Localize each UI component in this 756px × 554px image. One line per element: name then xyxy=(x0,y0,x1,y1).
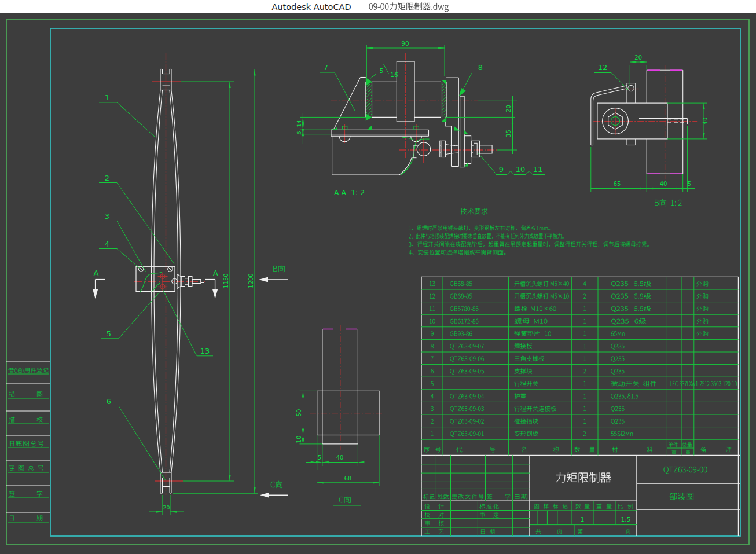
bom-material-text: Q235 6.8级 xyxy=(611,305,645,312)
bom-code: GB93-86 xyxy=(450,330,476,337)
tb-rev-docno: 更改文件号 xyxy=(452,494,483,500)
bom-qty-text: 1 xyxy=(583,305,587,312)
bom-seq: 7 xyxy=(431,355,435,362)
strip-label-reuse-text: 借(通)用件登记 xyxy=(8,367,44,373)
tb-stamp-text: 图样标记 xyxy=(534,503,556,509)
tb-rev-sign-text: 签 字 xyxy=(487,494,500,500)
bom-name: 碰撞挡块 xyxy=(513,417,539,424)
bom-name: 护罩 xyxy=(514,392,527,399)
bom-name-text: 变形钢板 xyxy=(514,430,539,437)
bom-name-text: 弹簧垫片 10 xyxy=(514,330,548,337)
bom-material: 55Si2Mn xyxy=(611,430,637,437)
callout-6: 6 xyxy=(107,397,111,406)
bom-material-text: 65Mn xyxy=(611,330,627,337)
bom-material-text: 55Si2Mn xyxy=(611,430,637,437)
tb-sheet-type-text: 部装图 xyxy=(669,492,695,501)
bom-material-text: Q235 6级 xyxy=(611,318,639,325)
tech-note-1: 1、组焊时严禁用锤头敲打，变形钢板左右对称，偏差≤1mm。 xyxy=(409,225,571,232)
bom-name-text: 碰撞挡块 xyxy=(513,417,539,424)
bom-seq-text: 6 xyxy=(431,368,435,375)
tech-note-1-text: 1、组焊时严禁用锤头敲打，变形钢板左右对称，偏差≤1mm。 xyxy=(409,225,571,232)
bom-qty: 2 xyxy=(583,292,587,299)
bom-name: 开槽沉头螺钉 M5×40 xyxy=(514,280,574,287)
bom-code-text: GB5780-86 xyxy=(450,305,485,312)
tb-weight-label-text: 重量 xyxy=(596,503,608,509)
app-title: Autodesk AutoCAD xyxy=(271,2,351,12)
dim-aa-90: 90 xyxy=(401,40,409,47)
dim-b-40b: 40 xyxy=(660,181,667,187)
pointer-b-text: B向 xyxy=(273,264,286,273)
bom-seq-text: 2 xyxy=(431,417,435,424)
tb-drawing-no: QTZ63-09-00 xyxy=(663,465,715,474)
callout-4: 4 xyxy=(105,240,109,248)
callout-13: 13 xyxy=(200,347,210,355)
bom-name: 三角支撑板 xyxy=(514,355,545,362)
bom-remark: 外购 xyxy=(696,330,709,337)
dim-c-68: 68 xyxy=(344,475,352,482)
bom-seq: 2 xyxy=(431,417,435,424)
bom-material-text: Q235 6.8级 xyxy=(611,280,645,287)
callout-11: 11 xyxy=(533,165,543,174)
bom-seq-text: 5 xyxy=(431,380,435,387)
doc-title: 09-00力矩限制器.dwg xyxy=(369,2,456,12)
bom-code-text: GB93-86 xyxy=(450,330,476,337)
bom-qty: 1 xyxy=(583,355,587,362)
bom-material: Q235 xyxy=(611,368,627,375)
bom-seq: 4 xyxy=(431,392,435,399)
section-a-left: A xyxy=(93,269,99,278)
autocad-canvas[interactable]: Autodesk AutoCAD09-00力矩限制器.dwg借(通)用件登记描图… xyxy=(0,0,756,554)
bom-seq-text: 13 xyxy=(429,280,436,287)
bom-remark-text: 外购 xyxy=(696,330,709,337)
bom-qty: 1 xyxy=(583,417,587,424)
bom-material-text: Q235 xyxy=(611,343,627,350)
bom-qty-text: 2 xyxy=(583,292,587,299)
bom-h-unit-text: 单件 xyxy=(668,442,678,448)
bom-remark-text: 外购 xyxy=(696,280,709,287)
tb-rev-date-text: 日期 xyxy=(513,494,525,500)
bom-qty-text: 1 xyxy=(583,318,587,325)
dim-c-40: 40 xyxy=(336,454,344,461)
bom-h-unit: 单件 xyxy=(668,442,678,448)
bom-seq-text: 7 xyxy=(431,355,435,362)
bom-h-material-text: 材料 xyxy=(612,446,625,453)
dim-b-65: 65 xyxy=(614,181,621,187)
bom-qty-text: 1 xyxy=(583,355,587,362)
bom-name-text: 三角支撑板 xyxy=(514,355,545,362)
tb-role2-0: 标准化 xyxy=(479,504,499,510)
tb-product-text: 力矩限制器 xyxy=(555,471,612,485)
bom-name: 支撑块 xyxy=(514,368,533,375)
bom-seq-text: 1 xyxy=(431,430,435,437)
tb-pages-no: 第 xyxy=(577,529,583,535)
bom-seq: 9 xyxy=(431,330,435,337)
tech-notes-title-text: 技术要求 xyxy=(460,208,488,216)
pointer-b: B向 xyxy=(273,264,286,273)
bom-seq-text: 9 xyxy=(431,330,435,337)
pointer-c: C向 xyxy=(270,480,284,489)
bom-qty-text: 1 xyxy=(583,330,587,337)
callout-8: 8 xyxy=(478,63,483,72)
bom-code-text: QTZ63-09-04 xyxy=(450,392,490,399)
callout-5: 5 xyxy=(107,329,111,338)
dim-b-20: 20 xyxy=(634,54,642,61)
tb-pages-l1: 页 xyxy=(556,529,562,535)
bom-code: QTZ63-09-04 xyxy=(450,392,490,399)
strip-label-tracing-text: 描图 xyxy=(9,391,21,398)
bom-h-name-text: 名称 xyxy=(520,446,534,453)
bom-h-qty: 数量 xyxy=(574,446,594,453)
label-view-b-text: B向 1: 2 xyxy=(654,198,685,207)
bom-code-text: QTZ63-09-03 xyxy=(450,405,490,412)
section-a-right: A xyxy=(213,269,219,278)
bom-seq-text: 11 xyxy=(429,305,436,312)
bom-qty: 2 xyxy=(583,368,587,375)
bom-qty: 2 xyxy=(583,430,587,437)
callout-10: 10 xyxy=(516,165,526,174)
bom-code-text: QTZ63-09-01 xyxy=(450,430,490,437)
bom-name-text: 护罩 xyxy=(514,392,527,399)
dim-aa-20: 20 xyxy=(505,105,512,112)
bom-h-total: 总量 xyxy=(681,442,692,448)
bom-code-text: QTZ63-09-05 xyxy=(450,368,490,375)
bom-name-text: 螺母 M10 xyxy=(514,318,541,325)
tb-role-0-text: 设计 xyxy=(424,504,436,510)
bom-h-weight1: 重 xyxy=(671,450,677,456)
dim-aa-14: 14 xyxy=(296,120,302,127)
